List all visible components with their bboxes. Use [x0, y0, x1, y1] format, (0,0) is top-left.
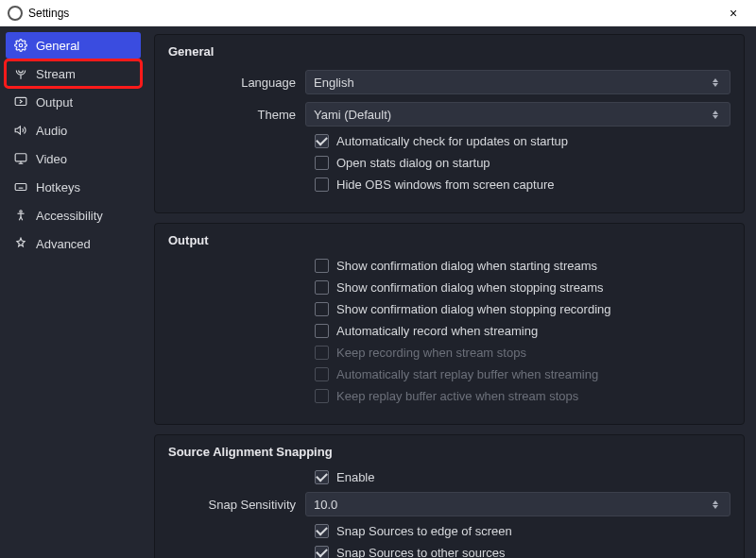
output-icon: [13, 94, 28, 110]
confirm-start-checkbox[interactable]: [315, 259, 329, 273]
panel-title: Source Alignment Snapping: [168, 445, 730, 459]
snap-edge-checkbox[interactable]: [315, 524, 329, 538]
checkbox-label: Snap Sources to other sources: [336, 546, 506, 558]
sidebar-item-label: Advanced: [36, 237, 91, 251]
svg-marker-3: [15, 127, 20, 134]
video-icon: [13, 151, 28, 166]
svg-rect-7: [15, 184, 26, 191]
sidebar-item-label: Audio: [36, 124, 67, 138]
sidebar-item-audio[interactable]: Audio: [6, 117, 141, 144]
panel-title: General: [168, 44, 730, 59]
hide-windows-checkbox[interactable]: [315, 178, 329, 192]
confirm-stop-rec-checkbox[interactable]: [315, 302, 329, 316]
keyboard-icon: [13, 179, 28, 194]
svg-rect-4: [15, 154, 26, 161]
panel-title: Output: [168, 233, 730, 247]
sidebar-item-hotkeys[interactable]: Hotkeys: [6, 174, 141, 200]
sidebar-item-label: Hotkeys: [36, 180, 80, 194]
spinbox-value: 10.0: [314, 498, 337, 512]
svg-rect-2: [15, 97, 26, 105]
svg-point-13: [20, 211, 22, 212]
theme-label: Theme: [168, 108, 305, 122]
panel-snapping: Source Alignment Snapping Enable Snap Se…: [154, 434, 745, 558]
sidebar-item-general[interactable]: General: [6, 32, 141, 59]
sidebar-item-label: General: [36, 39, 79, 53]
language-select[interactable]: English: [305, 70, 730, 94]
chevron-updown-icon: [709, 73, 722, 92]
checkbox-label: Automatically start replay buffer when s…: [336, 367, 598, 381]
audio-icon: [13, 123, 28, 138]
checkbox-label: Snap Sources to edge of screen: [336, 524, 512, 538]
app-icon: [8, 6, 23, 21]
sidebar: General Stream Output Audio Video: [0, 26, 146, 558]
open-stats-checkbox[interactable]: [315, 156, 329, 170]
titlebar: Settings ×: [0, 0, 756, 26]
checkbox-label: Automatically record when streaming: [336, 324, 538, 338]
auto-replay-checkbox: [315, 367, 329, 381]
keep-recording-checkbox: [315, 346, 329, 360]
language-label: Language: [168, 76, 305, 90]
panel-general: General Language English Theme Yami (Def…: [154, 34, 745, 213]
confirm-stop-checkbox[interactable]: [315, 280, 329, 295]
select-value: Yami (Default): [314, 108, 391, 122]
accessibility-icon: [13, 208, 28, 223]
select-value: English: [314, 76, 354, 90]
sidebar-item-advanced[interactable]: Advanced: [6, 230, 141, 257]
theme-select[interactable]: Yami (Default): [305, 102, 730, 127]
sidebar-item-video[interactable]: Video: [6, 145, 141, 172]
panel-output: Output Show confirmation dialog when sta…: [154, 223, 745, 425]
auto-update-checkbox[interactable]: [315, 134, 329, 148]
checkbox-label: Keep recording when stream stops: [336, 346, 526, 360]
checkbox-label: Keep replay buffer active when stream st…: [336, 389, 578, 403]
sidebar-item-label: Accessibility: [36, 209, 103, 223]
checkbox-label: Show confirmation dialog when stopping s…: [336, 280, 604, 295]
checkbox-label: Automatically check for updates on start…: [336, 134, 568, 148]
svg-point-0: [19, 43, 23, 47]
auto-record-checkbox[interactable]: [315, 324, 329, 338]
chevron-updown-icon: [709, 495, 722, 514]
checkbox-label: Show confirmation dialog when stopping r…: [336, 302, 611, 316]
content-area[interactable]: General Language English Theme Yami (Def…: [146, 26, 756, 558]
keep-replay-checkbox: [315, 389, 329, 403]
sidebar-item-output[interactable]: Output: [6, 89, 141, 115]
app-body: General Stream Output Audio Video: [0, 26, 756, 558]
window-title: Settings: [28, 7, 69, 20]
checkbox-label: Open stats dialog on startup: [336, 156, 490, 170]
sidebar-item-label: Video: [36, 152, 67, 166]
checkbox-label: Hide OBS windows from screen capture: [336, 178, 554, 192]
checkbox-label: Show confirmation dialog when starting s…: [336, 259, 597, 273]
advanced-icon: [13, 236, 28, 251]
antenna-icon: [13, 66, 28, 81]
close-button[interactable]: ×: [714, 0, 752, 26]
chevron-updown-icon: [709, 105, 722, 124]
sidebar-item-accessibility[interactable]: Accessibility: [6, 202, 141, 228]
snap-other-checkbox[interactable]: [315, 546, 329, 558]
checkbox-label: Enable: [336, 470, 374, 484]
snap-enable-checkbox[interactable]: [315, 470, 329, 484]
sidebar-item-label: Stream: [36, 67, 76, 81]
sidebar-item-label: Output: [36, 95, 73, 110]
sidebar-item-stream[interactable]: Stream: [6, 60, 141, 87]
sensitivity-label: Snap Sensitivity: [168, 498, 305, 512]
sensitivity-input[interactable]: 10.0: [305, 492, 730, 516]
gear-icon: [13, 38, 28, 53]
